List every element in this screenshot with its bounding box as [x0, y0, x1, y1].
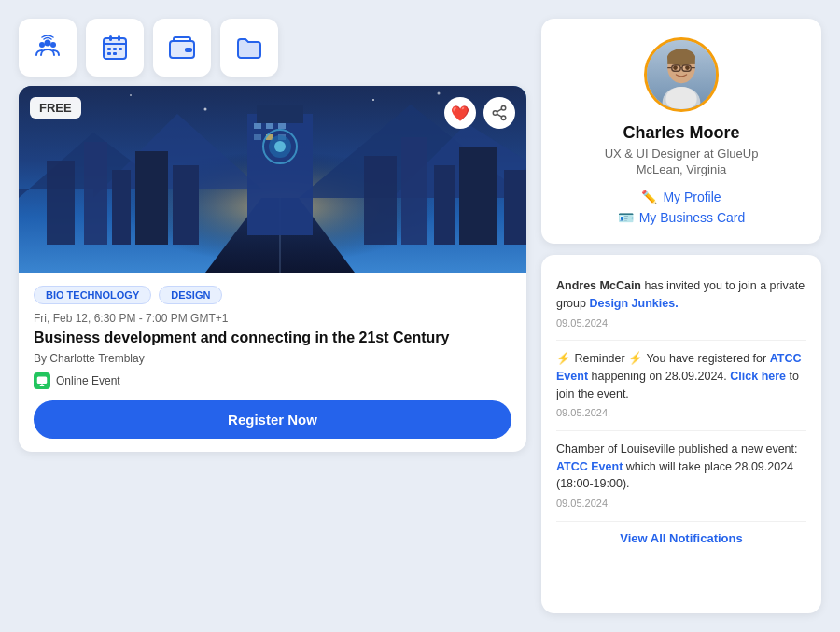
community-icon-btn[interactable] — [19, 19, 77, 77]
svg-line-55 — [497, 109, 501, 112]
view-all-notifications-button[interactable]: View All Notifications — [556, 531, 806, 545]
event-date: Fri, Feb 12, 6:30 PM - 7:00 PM GMT+1 — [34, 312, 511, 325]
share-button[interactable] — [483, 97, 515, 129]
event-image: FREE ❤️ — [19, 86, 526, 273]
svg-rect-36 — [254, 123, 261, 129]
svg-rect-11 — [107, 52, 111, 55]
event-info: BIO TECHNOLOGY DESIGN Fri, Feb 12, 6:30 … — [19, 273, 526, 452]
register-now-button[interactable]: Register Now — [34, 400, 511, 439]
notification-date: 09.05.2024. — [556, 496, 806, 512]
svg-rect-31 — [434, 165, 455, 245]
svg-point-51 — [501, 106, 506, 111]
svg-point-47 — [204, 108, 207, 111]
tag-design[interactable]: DESIGN — [159, 286, 222, 304]
left-panel: FREE ❤️ BIO TEC — [19, 19, 526, 613]
card-icon: 🪪 — [618, 210, 634, 225]
svg-point-44 — [274, 141, 286, 152]
svg-rect-12 — [113, 52, 117, 55]
svg-point-48 — [372, 99, 374, 101]
free-badge: FREE — [30, 97, 81, 119]
profile-links: ✏️ My Profile 🪪 My Business Card — [556, 190, 806, 225]
svg-rect-33 — [504, 170, 526, 245]
tag-bio-technology[interactable]: BIO TECHNOLOGY — [34, 286, 151, 304]
event-card: FREE ❤️ BIO TEC — [19, 86, 526, 452]
svg-rect-27 — [135, 151, 168, 245]
my-profile-link[interactable]: ✏️ My Profile — [556, 190, 806, 204]
event-author: By Charlotte Tremblay — [34, 352, 511, 365]
notification-click-here-link[interactable]: Click here — [730, 370, 786, 383]
svg-rect-7 — [118, 35, 120, 41]
svg-rect-25 — [84, 142, 107, 245]
svg-point-52 — [493, 111, 497, 116]
svg-rect-10 — [119, 48, 122, 50]
notifications-card: Andres McCain has invited you to join a … — [541, 255, 821, 613]
svg-rect-9 — [113, 48, 117, 50]
svg-point-53 — [501, 116, 506, 120]
avatar — [644, 37, 719, 112]
notification-text: Chamber of Louiseville published a new e… — [556, 442, 798, 456]
svg-point-1 — [39, 42, 45, 48]
svg-rect-24 — [47, 161, 75, 245]
svg-point-3 — [45, 40, 51, 47]
event-actions: ❤️ — [444, 97, 515, 129]
calendar-icon-btn[interactable] — [86, 19, 144, 77]
svg-rect-37 — [266, 123, 273, 129]
svg-rect-35 — [257, 105, 303, 123]
svg-rect-8 — [107, 48, 111, 50]
event-type: Online Event — [34, 372, 511, 389]
event-tags: BIO TECHNOLOGY DESIGN — [34, 286, 511, 304]
svg-rect-62 — [667, 56, 695, 64]
svg-rect-30 — [401, 137, 427, 245]
svg-rect-38 — [278, 123, 286, 129]
svg-rect-32 — [459, 147, 497, 245]
notification-group-link[interactable]: Design Junkies. — [589, 297, 678, 310]
svg-point-2 — [50, 42, 56, 48]
profile-name: Charles Moore — [556, 123, 806, 143]
svg-rect-39 — [254, 134, 261, 140]
pencil-icon: ✏️ — [641, 190, 657, 204]
event-title: Business development and connecting in t… — [34, 329, 511, 348]
svg-point-46 — [130, 94, 132, 96]
wallet-icon-btn[interactable] — [153, 19, 211, 77]
svg-point-64 — [685, 65, 690, 70]
notification-item: ⚡ Reminder ⚡ You have registered for ATC… — [556, 341, 806, 431]
notification-item: Chamber of Louiseville published a new e… — [556, 431, 806, 522]
profile-card: Charles Moore UX & UI Designer at GlueUp… — [541, 19, 821, 244]
my-business-card-link[interactable]: 🪪 My Business Card — [556, 210, 806, 225]
right-panel: Charles Moore UX & UI Designer at GlueUp… — [541, 19, 821, 613]
svg-rect-28 — [173, 165, 199, 245]
svg-point-49 — [438, 92, 441, 95]
svg-rect-34 — [247, 114, 313, 235]
notification-event-link2[interactable]: ATCC Event — [556, 460, 623, 473]
online-icon — [34, 372, 50, 389]
event-type-label: Online Event — [56, 374, 120, 387]
notification-item: Andres McCain has invited you to join a … — [556, 268, 806, 341]
like-button[interactable]: ❤️ — [444, 97, 476, 129]
icon-buttons-row — [19, 19, 526, 77]
svg-rect-26 — [112, 170, 131, 245]
notification-date: 09.05.2024. — [556, 405, 806, 421]
profile-location: McLean, Virginia — [556, 162, 806, 176]
profile-title: UX & UI Designer at GlueUp — [556, 147, 806, 161]
folder-icon-btn[interactable] — [220, 19, 278, 77]
notification-text: ⚡ Reminder ⚡ You have registered for — [556, 352, 770, 365]
svg-rect-15 — [185, 48, 192, 52]
svg-point-63 — [673, 65, 678, 70]
svg-rect-29 — [364, 156, 397, 245]
svg-line-54 — [497, 114, 501, 117]
svg-rect-56 — [37, 376, 48, 384]
svg-point-59 — [665, 87, 696, 111]
notification-date: 09.05.2024. — [556, 316, 806, 331]
svg-rect-6 — [109, 35, 112, 41]
